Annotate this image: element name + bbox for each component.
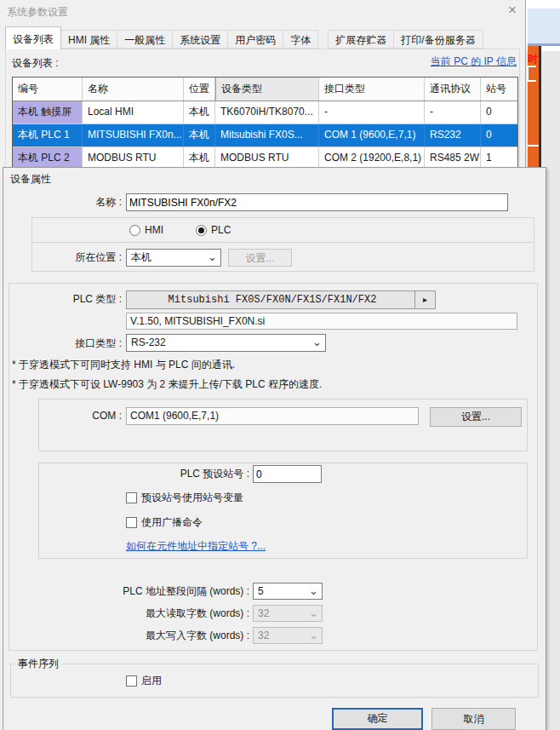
column-header-protocol[interactable]: 通讯协议 — [425, 78, 481, 101]
cell-name: MODBUS RTU — [83, 147, 184, 168]
ok-button[interactable]: 确定 — [332, 708, 423, 730]
location-label: 所在位置 : — [24, 251, 122, 264]
interface-type-select[interactable]: RS-232 ⌄ — [126, 334, 326, 352]
chevron-down-icon: ⌄ — [312, 336, 322, 349]
driver-info-field: V.1.50, MITSUBISHI_FX0N.si — [126, 313, 517, 330]
plc-type-label: PLC 类型 : — [24, 293, 122, 306]
cell-protocol: RS485 2W — [425, 147, 481, 168]
com-port-field: COM1 (9600,E,7,1) — [126, 407, 419, 425]
location-select[interactable]: 本机 ⌄ — [126, 249, 221, 267]
pc-ip-info-link[interactable]: 当前 PC 的 IP 信息 — [374, 55, 517, 69]
max-write-label: 最大写入字数 (words) : — [85, 629, 249, 642]
tab-system-settings[interactable]: 系统设置 — [172, 30, 228, 49]
column-header-id[interactable]: 编号 — [13, 78, 83, 101]
cell-interface: COM 2 (19200,E,8,1) — [319, 147, 425, 168]
max-read-select: 32 ⌄ — [253, 605, 323, 622]
address-interval-value: 5 — [258, 585, 264, 597]
cell-id: 本机 PLC 1 — [13, 124, 83, 147]
table-row-plc2[interactable]: 本机 PLC 2 MODBUS RTU 本机 MODBUS RTU COM 2 … — [13, 147, 517, 168]
interface-type-label: 接口类型 : — [24, 337, 122, 350]
plc-type-value: Mitsubishi FX0S/FX0N/FX1S/FX1N/FX2 — [169, 294, 377, 306]
device-list-label: 设备列表 : — [12, 56, 59, 71]
dialog-title: 系统参数设置 — [7, 5, 68, 20]
cell-id: 本机 触摸屏 — [13, 101, 83, 124]
broadcast-label: 使用广播命令 — [141, 516, 203, 529]
cell-station: 1 — [481, 147, 517, 168]
address-interval-label: PLC 地址整段间隔 (words) : — [85, 585, 249, 598]
station-help-link[interactable]: 如何在元件地址中指定站号 ?... — [126, 540, 266, 553]
device-properties-dialog: 设备属性 名称 : HMI PLC 所在位置 : 本机 ⌄ 设置... PLC … — [3, 167, 546, 730]
column-header-name[interactable]: 名称 — [83, 78, 184, 101]
cell-location: 本机 — [184, 124, 215, 147]
background-window-edge — [528, 9, 560, 46]
dialog-title: 设备属性 — [10, 172, 51, 187]
hmi-radio[interactable] — [129, 225, 140, 236]
background-red-text-fragment: 时 — [528, 52, 538, 66]
arrow-right-icon[interactable]: ▸ — [414, 291, 435, 308]
tab-print-backup-server[interactable]: 打印/备份服务器 — [393, 30, 483, 49]
chevron-down-icon: ⌄ — [309, 584, 318, 598]
tab-general[interactable]: 一般属性 — [117, 30, 173, 49]
com-label: COM : — [24, 410, 122, 422]
event-sequence-groupbox — [10, 664, 539, 698]
tab-extended-memory[interactable]: 扩展存贮器 — [328, 30, 394, 49]
column-header-interface[interactable]: 接口类型 — [319, 78, 425, 101]
hmi-radio-label: HMI — [145, 224, 163, 237]
cell-location: 本机 — [184, 147, 215, 168]
background-selection-handle — [528, 145, 539, 147]
name-input[interactable] — [126, 193, 508, 211]
station-variable-checkbox[interactable] — [126, 492, 137, 503]
broadcast-checkbox[interactable] — [126, 517, 137, 528]
plc-type-button[interactable]: Mitsubishi FX0S/FX0N/FX1S/FX1N/FX2 ▸ — [126, 290, 436, 309]
cell-name: MITSUBISHI FX0n... — [83, 124, 184, 147]
passthrough-note-1: * 于穿透模式下可同时支持 HMI 与 PLC 间的通讯. — [12, 358, 235, 372]
column-header-station[interactable]: 站号 — [481, 78, 517, 101]
max-read-label: 最大读取字数 (words) : — [85, 607, 249, 620]
chevron-down-icon: ⌄ — [309, 606, 318, 620]
event-sequence-label: 事件序列 — [15, 658, 61, 670]
default-station-label: PLC 预设站号 : — [85, 468, 249, 480]
cell-name: Local HMI — [83, 101, 184, 124]
cell-protocol: RS232 — [425, 124, 481, 147]
max-write-value: 32 — [258, 629, 269, 641]
tab-bar: 设备列表 HMI 属性 一般属性 系统设置 用户密码 字体 扩展存贮器 打印/备… — [5, 26, 483, 49]
cell-device-type: MODBUS RTU — [215, 147, 319, 168]
table-row-plc1-selected[interactable]: 本机 PLC 1 MITSUBISHI FX0n... 本机 Mitsubish… — [13, 124, 517, 147]
device-table-header: 编号 名称 位置 设备类型 接口类型 通讯协议 站号 — [13, 78, 517, 101]
chevron-down-icon: ⌄ — [208, 250, 217, 264]
plc-radio-label: PLC — [211, 224, 231, 237]
background-selection-handle — [527, 66, 536, 82]
default-station-input[interactable] — [253, 465, 322, 483]
cell-location: 本机 — [184, 101, 215, 124]
location-value: 本机 — [131, 251, 151, 263]
tab-font[interactable]: 字体 — [283, 30, 318, 49]
max-write-select: 32 ⌄ — [253, 627, 323, 644]
cell-interface: COM 1 (9600,E,7,1) — [319, 124, 425, 147]
cell-id: 本机 PLC 2 — [13, 147, 83, 168]
device-table: 编号 名称 位置 设备类型 接口类型 通讯协议 站号 本机 触摸屏 Local … — [12, 77, 518, 168]
column-header-device-type[interactable]: 设备类型 — [215, 78, 319, 101]
cell-station: 0 — [481, 124, 517, 147]
column-header-location[interactable]: 位置 — [184, 78, 215, 101]
name-label: 名称 : — [24, 196, 122, 209]
groupbox-divider — [32, 242, 534, 243]
table-row-local-hmi[interactable]: 本机 触摸屏 Local HMI 本机 TK6070iH/TK8070... -… — [13, 101, 517, 124]
close-icon[interactable]: × — [501, 1, 523, 20]
cell-device-type: Mitsubishi FX0S... — [215, 124, 319, 147]
passthrough-note-2: * 于穿透模式下可设 LW-9903 为 2 来提升上传/下载 PLC 程序的速… — [12, 377, 322, 392]
address-interval-select[interactable]: 5 ⌄ — [253, 583, 323, 600]
cell-protocol: - — [425, 101, 481, 124]
cell-station: 0 — [481, 101, 517, 124]
tab-hmi-properties[interactable]: HMI 属性 — [60, 30, 117, 49]
plc-radio[interactable] — [196, 225, 207, 236]
tab-device-list[interactable]: 设备列表 — [5, 26, 61, 49]
cancel-button[interactable]: 取消 — [431, 708, 516, 730]
enable-checkbox[interactable] — [126, 675, 137, 687]
tab-user-password[interactable]: 用户密码 — [227, 30, 283, 49]
interface-type-value: RS-232 — [131, 336, 166, 348]
location-settings-button: 设置... — [228, 249, 292, 267]
enable-label: 启用 — [141, 675, 162, 687]
max-read-value: 32 — [258, 607, 269, 619]
station-variable-label: 预设站号使用站号变量 — [141, 491, 243, 504]
com-settings-button[interactable]: 设置... — [430, 407, 522, 427]
